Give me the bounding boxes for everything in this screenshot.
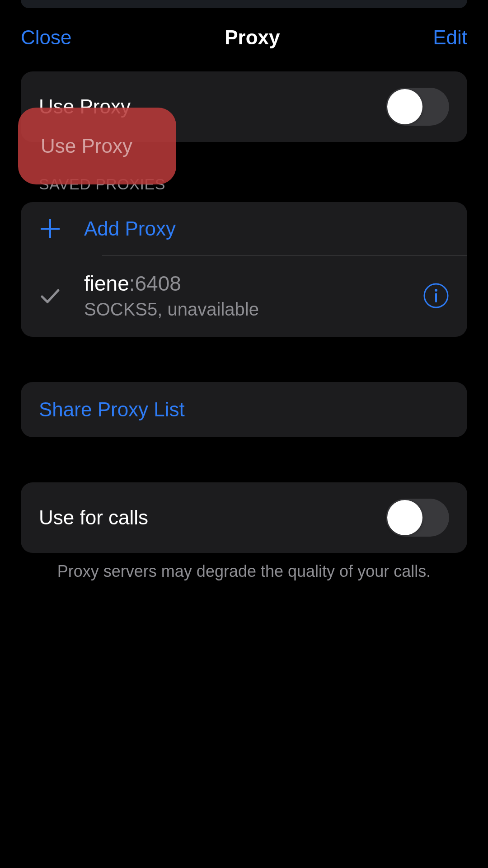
check-icon — [39, 284, 61, 307]
add-proxy-label: Add Proxy — [84, 217, 176, 240]
proxy-port: 6408 — [135, 272, 181, 295]
use-for-calls-label: Use for calls — [39, 506, 386, 529]
toggle-knob — [387, 89, 422, 124]
use-for-calls-group: Use for calls — [21, 482, 467, 553]
proxy-host: fiene — [84, 272, 129, 295]
sheet-top-sliver — [21, 0, 467, 8]
calls-footer-text: Proxy servers may degrade the quality of… — [21, 553, 467, 590]
proxy-name: fiene:6408 — [84, 271, 400, 296]
use-for-calls-toggle[interactable] — [386, 499, 449, 537]
svg-point-3 — [435, 289, 437, 292]
toggle-knob — [387, 500, 422, 535]
use-proxy-label-highlighted: Use Proxy — [41, 135, 132, 157]
share-proxy-list-button[interactable]: Share Proxy List — [21, 382, 467, 437]
nav-bar: Close Proxy Edit — [0, 8, 488, 71]
info-icon[interactable] — [423, 283, 449, 309]
proxy-meta: SOCKS5, unavailable — [84, 299, 400, 320]
plus-icon — [39, 217, 61, 240]
use-for-calls-row: Use for calls — [21, 482, 467, 553]
edit-button[interactable]: Edit — [433, 26, 467, 49]
add-proxy-button[interactable]: Add Proxy — [21, 202, 467, 255]
share-group: Share Proxy List — [21, 382, 467, 437]
page-title: Proxy — [225, 26, 280, 49]
proxy-text: fiene:6408 SOCKS5, unavailable — [84, 271, 400, 320]
proxy-row[interactable]: fiene:6408 SOCKS5, unavailable — [21, 256, 467, 337]
close-button[interactable]: Close — [21, 26, 72, 49]
highlight-use-proxy: Use Proxy — [18, 108, 176, 184]
saved-proxies-group: Add Proxy fiene:6408 SOCKS5, unavailable — [21, 202, 467, 337]
share-proxy-list-label: Share Proxy List — [39, 398, 449, 421]
use-proxy-toggle[interactable] — [386, 88, 449, 126]
proxy-port-sep: : — [129, 272, 135, 295]
